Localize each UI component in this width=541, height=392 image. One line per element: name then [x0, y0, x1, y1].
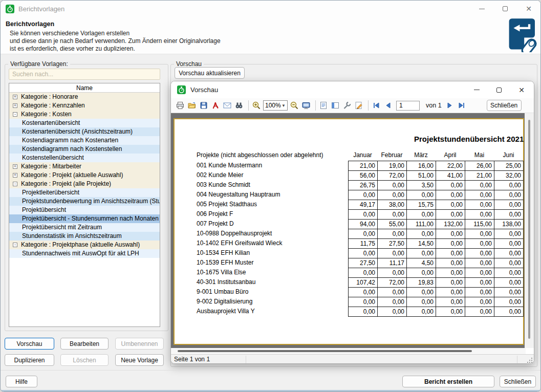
- first-page-icon[interactable]: [371, 100, 381, 111]
- report-value-cell: 0,00: [465, 190, 494, 200]
- collapse-icon[interactable]: -: [13, 112, 17, 117]
- zoom-level-combo[interactable]: 100% ▼: [263, 100, 288, 111]
- report-month-header: Juni: [494, 151, 523, 159]
- template-list[interactable]: Name +Kategorie : Honorare+Kategorie : K…: [9, 83, 160, 327]
- template-item-row[interactable]: Projektstundenbewertung im Ansichtszeitr…: [9, 197, 160, 206]
- fullscreen-icon[interactable]: [301, 100, 311, 111]
- report-value-cell: 0,00: [465, 210, 494, 220]
- report-month-header: Januar: [348, 151, 377, 159]
- save-icon[interactable]: [199, 100, 209, 111]
- template-item-row[interactable]: Kostenartenübersicht: [9, 119, 160, 127]
- vertical-scrollbar[interactable]: [525, 113, 534, 348]
- page-number-input[interactable]: [396, 101, 420, 111]
- template-item-row[interactable]: Stundennachweis mit AuswOpt für akt LPH: [9, 249, 160, 258]
- report-value-cell: 21,00: [349, 161, 378, 171]
- collapse-icon[interactable]: -: [13, 243, 17, 247]
- report-project-name: 003 Kunde Schmidt: [197, 180, 282, 190]
- template-item-row[interactable]: Kostenartenübersicht (Ansichtszeitraum): [9, 127, 160, 136]
- report-project-name: 10-1402 EFH Greifswald Wieck: [197, 238, 282, 248]
- enter-key-logo-icon: [508, 17, 538, 52]
- template-label: Projektübersicht mit Zeitraum: [22, 223, 102, 232]
- hilfe-button[interactable]: Hilfe: [6, 376, 37, 387]
- zoom-out-icon[interactable]: [289, 100, 299, 111]
- close-button[interactable]: ✕: [510, 81, 533, 98]
- neue-vorlage-button[interactable]: Neue Vorlage: [115, 354, 164, 366]
- report-value-cell: 14,50: [407, 239, 436, 249]
- template-category-row[interactable]: -Kategorie : Projekt (alle Projekte): [9, 180, 160, 188]
- report-value-cell: 4,50: [407, 258, 436, 268]
- report-value-cell: 0,00: [378, 190, 407, 200]
- close-button[interactable]: ✕: [517, 1, 540, 17]
- edit-icon[interactable]: [354, 100, 364, 111]
- report-project-names: 001 Kunde Mustermann002 Kunde Meier003 K…: [197, 161, 282, 316]
- template-category-row[interactable]: -Kategorie : Projektphase (aktuelle Ausw…: [9, 241, 160, 249]
- open-file-icon[interactable]: [187, 100, 197, 111]
- settings-wrench-icon[interactable]: [342, 100, 352, 111]
- document-viewport[interactable]: Projektstundenübersicht 2021 Projekte (n…: [171, 113, 526, 348]
- vorschau-button[interactable]: Vorschau: [5, 338, 54, 350]
- print-icon[interactable]: [175, 100, 185, 111]
- maximize-button[interactable]: [493, 1, 517, 17]
- template-list-rows: +Kategorie : Honorare+Kategorie : Kennza…: [9, 93, 160, 258]
- template-category-row[interactable]: +Kategorie : Honorare: [9, 93, 160, 101]
- expand-icon[interactable]: +: [13, 164, 17, 169]
- template-category-row[interactable]: +Kategorie : Mitarbeiter: [9, 162, 160, 171]
- collapse-icon[interactable]: -: [13, 182, 17, 186]
- report-value-cell: 27,50: [349, 258, 378, 268]
- report-project-name: 002 Kunde Meier: [197, 170, 282, 180]
- search-binoculars-icon[interactable]: [234, 100, 244, 111]
- report-value-cell: 0,00: [407, 210, 436, 220]
- previous-page-icon[interactable]: [383, 100, 393, 111]
- list-header-name[interactable]: Name: [9, 83, 160, 93]
- report-project-name: 10-1675 Villa Else: [197, 268, 282, 277]
- thumbnails-panel-icon[interactable]: [330, 100, 340, 111]
- template-item-row-selected[interactable]: Projektübersicht - Stundensummen nach Mo…: [9, 214, 160, 223]
- duplizieren-button[interactable]: Duplizieren: [5, 354, 54, 366]
- category-label: Kategorie : Projekt (aktuelle Auswahl): [21, 171, 123, 180]
- horizontal-scrollbar-thumb[interactable]: [178, 350, 472, 352]
- last-page-icon[interactable]: [457, 100, 467, 111]
- template-item-row[interactable]: Kostendiagramm nach Kostenarten: [9, 136, 160, 145]
- header-line-2: und diese dann je nach Bedarf verwenden.…: [10, 37, 221, 45]
- report-value-cell: 0,00: [465, 268, 494, 278]
- template-label: Kostendiagramm nach Kostenarten: [22, 136, 118, 145]
- report-value-cell: 0,00: [436, 307, 465, 317]
- template-item-row[interactable]: Kostenstellenübersicht: [9, 154, 160, 162]
- resize-grip[interactable]: [531, 362, 532, 363]
- category-label: Kategorie : Mitarbeiter: [21, 162, 81, 171]
- preview-close-button[interactable]: Schließen: [487, 100, 522, 111]
- template-item-row[interactable]: Kostendiagramm nach Kostenstellen: [9, 145, 160, 154]
- expand-icon[interactable]: +: [13, 173, 17, 178]
- maximize-button[interactable]: [488, 81, 510, 98]
- report-value-cell: 51,00: [407, 171, 436, 181]
- template-item-row[interactable]: Stundenstatistik im Ansichtszeitraum: [9, 232, 160, 241]
- header-line-3: ist es erforderlich, diese vorher zu dup…: [10, 45, 135, 52]
- search-input[interactable]: [9, 69, 160, 80]
- template-label: Kostenstellenübersicht: [22, 154, 84, 162]
- minimize-button[interactable]: [470, 1, 493, 17]
- template-category-row[interactable]: +Kategorie : Projekt (aktuelle Auswahl): [9, 171, 160, 180]
- report-value-cell: 0,00: [494, 229, 524, 239]
- vertical-scrollbar-thumb[interactable]: [528, 120, 530, 339]
- next-page-icon[interactable]: [445, 100, 455, 111]
- bericht-erstellen-button[interactable]: Bericht erstellen: [402, 376, 494, 387]
- report-value-cell: 0,00: [436, 288, 465, 297]
- page-setup-icon[interactable]: [318, 100, 329, 111]
- minimize-button[interactable]: [465, 81, 488, 98]
- refresh-preview-button[interactable]: Vorschau aktualisieren: [175, 67, 245, 79]
- bearbeiten-button[interactable]: Bearbeiten: [60, 338, 109, 350]
- pdf-export-icon[interactable]: [210, 100, 221, 111]
- template-item-row[interactable]: Projektübersicht: [9, 206, 160, 214]
- expand-icon[interactable]: +: [13, 95, 17, 99]
- report-row-header: Projekte (nicht abgeschlossen oder abgel…: [197, 151, 323, 159]
- template-item-row[interactable]: Projektübersicht mit Zeitraum: [9, 223, 160, 232]
- zoom-in-icon[interactable]: [251, 100, 262, 111]
- template-item-row[interactable]: Projektleiterübersicht: [9, 188, 160, 197]
- template-category-row[interactable]: +Kategorie : Kennzahlen: [9, 101, 160, 110]
- template-category-row[interactable]: -Kategorie : Kosten: [9, 110, 160, 119]
- horizontal-scrollbar[interactable]: [171, 348, 526, 354]
- schliessen-button[interactable]: Schließen: [500, 376, 536, 387]
- chevron-down-icon: ▼: [282, 103, 286, 108]
- email-icon[interactable]: [222, 100, 232, 111]
- expand-icon[interactable]: +: [13, 103, 17, 108]
